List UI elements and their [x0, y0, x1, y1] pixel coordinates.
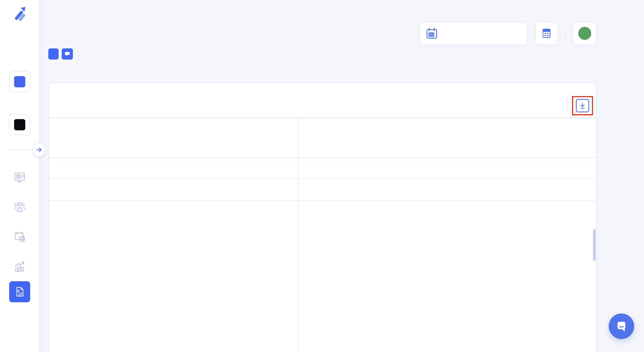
reports-document-icon: $ [14, 286, 26, 298]
intercom-chat-button[interactable] [609, 313, 634, 339]
avatar [578, 27, 591, 40]
selected-scenario-button[interactable] [9, 71, 30, 92]
sidebar-item-dashboard[interactable] [13, 171, 26, 184]
sidebar-item-payroll[interactable]: $ [13, 230, 26, 243]
main-area [39, 0, 644, 352]
sidebar-item-forecast[interactable] [13, 259, 26, 273]
team-headcount-icon [13, 200, 26, 213]
dashboard-monitor-icon [13, 171, 26, 184]
sidebar-expand-button[interactable] [32, 143, 46, 157]
payroll-calendar-icon: $ [13, 230, 26, 243]
summary-table-button[interactable] [535, 22, 558, 45]
table-grid-icon [541, 28, 552, 39]
reports-card [48, 82, 596, 352]
tabs-row [49, 83, 596, 118]
plan-badge[interactable] [48, 48, 58, 60]
sidebar-item-team[interactable] [13, 200, 26, 214]
month-column-headers [298, 158, 592, 179]
scenario-x-chip [14, 119, 25, 130]
report-table [49, 118, 596, 352]
sidebar-divider [8, 149, 31, 150]
finmark-logo-icon [10, 5, 29, 23]
header-divider [565, 27, 566, 40]
download-icon [579, 102, 586, 109]
scenario-d-chip [14, 76, 25, 87]
badge-row [48, 48, 73, 60]
comment-icon [64, 51, 70, 57]
sidebar-item-reports[interactable]: $ [9, 281, 30, 302]
svg-text:$: $ [18, 289, 20, 293]
tabs-divider [568, 99, 568, 110]
attributes-panel [49, 118, 298, 352]
account-button[interactable] [573, 22, 596, 45]
download-button[interactable] [576, 99, 589, 112]
vertical-scrollbar[interactable] [593, 229, 596, 261]
monthly-panel [298, 118, 596, 352]
month-filters [298, 179, 592, 200]
compare-scenario-button[interactable] [9, 114, 30, 135]
sidebar: $ $ [0, 0, 39, 352]
chat-bubble-icon [614, 319, 628, 333]
header-controls [420, 22, 596, 45]
attribute-column-headers [49, 158, 298, 179]
attribute-filters [49, 179, 298, 201]
annotation-highlight-box [572, 96, 593, 115]
date-range-selector[interactable] [420, 22, 527, 45]
svg-text:$: $ [21, 237, 23, 241]
forecast-chart-icon [13, 260, 26, 272]
calendar-icon [426, 27, 438, 39]
arrow-right-icon [36, 146, 42, 153]
comment-button[interactable] [62, 48, 73, 60]
